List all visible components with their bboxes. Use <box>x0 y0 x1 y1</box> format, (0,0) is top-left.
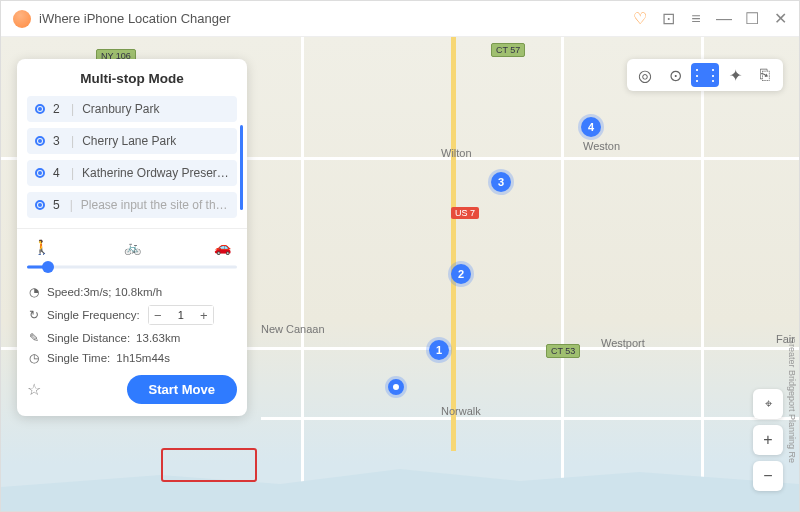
mode-exit-icon[interactable]: ⎘ <box>751 63 779 87</box>
freq-input[interactable] <box>167 309 195 321</box>
route-pin-4[interactable]: 4 <box>581 117 601 137</box>
stop-name: Cranbury Park <box>82 102 159 116</box>
stop-placeholder[interactable]: Please input the site of this path <box>81 198 229 212</box>
stop-name: Katherine Ordway Preserve <box>82 166 229 180</box>
freq-increment[interactable]: + <box>195 306 213 324</box>
favorite-icon[interactable]: ♡ <box>633 12 647 26</box>
route-pin-start[interactable] <box>388 379 404 395</box>
speed-row: ◔ Speed:3m/s; 10.8km/h <box>27 285 237 299</box>
badge-us7: US 7 <box>451 207 479 219</box>
content-area: Wilton Weston Westport Norwalk New Canaa… <box>1 37 799 511</box>
mode-multistop-icon[interactable]: ⋮⋮ <box>691 63 719 87</box>
panel-title: Multi-stop Mode <box>27 71 237 86</box>
start-move-button[interactable]: Start Move <box>127 375 237 404</box>
zoom-controls: ⌖ + − <box>753 389 783 491</box>
multistop-panel: Multi-stop Mode 2 | Cranbury Park 3 | Ch… <box>17 59 247 416</box>
clock-icon: ◷ <box>27 351 41 365</box>
separator: | <box>71 166 74 180</box>
road <box>261 417 799 420</box>
bike-icon[interactable]: 🚲 <box>124 239 141 255</box>
stop-name: Cherry Lane Park <box>82 134 176 148</box>
stop-row[interactable]: 4 | Katherine Ordway Preserve <box>27 160 237 186</box>
route-pin-1[interactable]: 1 <box>429 340 449 360</box>
mode-teleport-icon[interactable]: ⊙ <box>661 63 689 87</box>
maximize-icon[interactable]: ☐ <box>745 12 759 26</box>
app-logo-icon <box>13 10 31 28</box>
stop-row[interactable]: 5 | Please input the site of this path <box>27 192 237 218</box>
road <box>301 37 304 511</box>
close-icon[interactable]: ✕ <box>773 12 787 26</box>
distance-label: Single Distance: <box>47 332 130 344</box>
titlebar-actions: ♡ ⊡ ≡ — ☐ ✕ <box>633 12 787 26</box>
separator: | <box>70 198 73 212</box>
freq-decrement[interactable]: − <box>149 306 167 324</box>
car-icon[interactable]: 🚗 <box>214 239 231 255</box>
menu-icon[interactable]: ≡ <box>689 12 703 26</box>
zoom-out-button[interactable]: − <box>753 461 783 491</box>
zoom-in-button[interactable]: + <box>753 425 783 455</box>
separator: | <box>71 102 74 116</box>
road <box>561 37 564 511</box>
distance-row: ✎ Single Distance: 13.63km <box>27 331 237 345</box>
app-window: iWhere iPhone Location Changer ♡ ⊡ ≡ — ☐… <box>0 0 800 512</box>
badge-ct57: CT 57 <box>491 43 525 57</box>
divider <box>17 228 247 229</box>
stop-number: 3 <box>53 134 63 148</box>
ruler-icon: ✎ <box>27 331 41 345</box>
speed-mode-row: 🚶 🚲 🚗 <box>27 239 237 255</box>
map-label-westport: Westport <box>601 337 645 349</box>
separator: | <box>71 134 74 148</box>
frequency-row: ↻ Single Frequency: − + <box>27 305 237 325</box>
stop-number: 2 <box>53 102 63 116</box>
map-label-norwalk: Norwalk <box>441 405 481 417</box>
radio-icon[interactable] <box>35 104 45 114</box>
stop-row[interactable]: 3 | Cherry Lane Park <box>27 128 237 154</box>
favorite-star-icon[interactable]: ☆ <box>27 380 41 399</box>
route-pin-2[interactable]: 2 <box>451 264 471 284</box>
radio-icon[interactable] <box>35 136 45 146</box>
map-credit: Greater Bridgeport Planning Re <box>787 337 797 463</box>
titlebar: iWhere iPhone Location Changer ♡ ⊡ ≡ — ☐… <box>1 1 799 37</box>
feedback-icon[interactable]: ⊡ <box>661 12 675 26</box>
road <box>701 37 704 511</box>
frequency-stepper[interactable]: − + <box>148 305 214 325</box>
stop-number: 5 <box>53 198 62 212</box>
walk-icon[interactable]: 🚶 <box>33 239 50 255</box>
stop-row[interactable]: 2 | Cranbury Park <box>27 96 237 122</box>
mode-joystick-icon[interactable]: ✦ <box>721 63 749 87</box>
route-pin-3[interactable]: 3 <box>491 172 511 192</box>
speed-slider[interactable] <box>27 257 237 277</box>
frequency-label: Single Frequency: <box>47 309 140 321</box>
slider-thumb[interactable] <box>42 261 54 273</box>
repeat-icon: ↻ <box>27 308 41 322</box>
map-mode-toolbar: ◎ ⊙ ⋮⋮ ✦ ⎘ <box>627 59 783 91</box>
badge-ct53: CT 53 <box>546 344 580 358</box>
scroll-indicator[interactable] <box>240 125 243 210</box>
map-label-weston: Weston <box>583 140 620 152</box>
app-title: iWhere iPhone Location Changer <box>39 11 633 26</box>
slider-track <box>27 266 237 269</box>
gauge-icon: ◔ <box>27 285 41 299</box>
distance-value: 13.63km <box>136 332 180 344</box>
time-label: Single Time: <box>47 352 110 364</box>
compass-button[interactable]: ⌖ <box>753 389 783 419</box>
highway <box>451 37 456 451</box>
map-label-newcanaan: New Canaan <box>261 323 325 335</box>
speed-text: Speed:3m/s; 10.8km/h <box>47 286 162 298</box>
panel-footer: ☆ Start Move <box>27 375 237 404</box>
stop-number: 4 <box>53 166 63 180</box>
map-label-wilton: Wilton <box>441 147 472 159</box>
time-row: ◷ Single Time: 1h15m44s <box>27 351 237 365</box>
minimize-icon[interactable]: — <box>717 12 731 26</box>
radio-icon[interactable] <box>35 200 45 210</box>
radio-icon[interactable] <box>35 168 45 178</box>
time-value: 1h15m44s <box>116 352 170 364</box>
mode-locate-icon[interactable]: ◎ <box>631 63 659 87</box>
